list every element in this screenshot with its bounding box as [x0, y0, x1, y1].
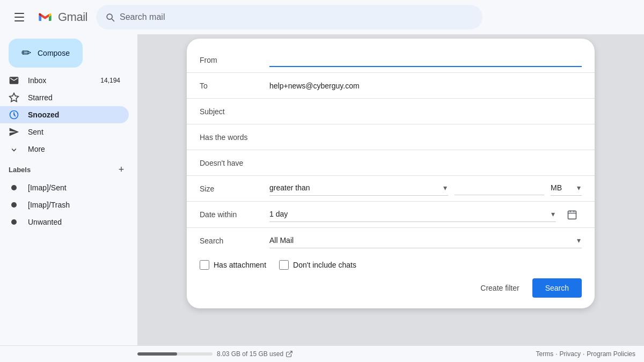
snoozed-label: Snoozed	[28, 110, 120, 119]
has-attachment-text: Has attachment	[214, 261, 266, 269]
svg-rect-5	[568, 211, 576, 219]
external-link-icon	[286, 350, 293, 358]
dialog-buttons-row: Create filter Search	[187, 274, 595, 298]
dialog-overlay: From To Subject Has the words	[137, 34, 644, 345]
dont-include-chats-checkbox[interactable]	[279, 260, 289, 270]
more-label: More	[28, 145, 120, 153]
sidebar-item-unwanted[interactable]: Unwanted	[0, 213, 129, 231]
imap-trash-label: [Imap]/Trash	[28, 201, 120, 209]
sent-icon	[9, 127, 19, 137]
unwanted-label: Unwanted	[28, 218, 120, 226]
advanced-search-dialog: From To Subject Has the words	[187, 39, 595, 308]
inbox-count: 14,194	[100, 77, 120, 84]
dont-include-chats-text: Don't include chats	[293, 261, 356, 269]
storage-bar-fill	[137, 352, 177, 356]
more-icon	[9, 144, 19, 154]
sidebar: ✏ Compose Inbox 14,194 Starred Snoozed	[0, 34, 137, 345]
search-field-row: Search All Mail Inbox Starred Sent Mail …	[187, 228, 595, 254]
storage-bar-background	[137, 352, 213, 356]
inbox-icon	[9, 75, 19, 86]
dont-include-chats-checkbox-label[interactable]: Don't include chats	[279, 260, 356, 270]
sidebar-item-starred[interactable]: Starred	[0, 89, 129, 106]
svg-point-3	[11, 202, 17, 208]
has-words-label: Has the words	[200, 133, 269, 142]
sidebar-item-sent[interactable]: Sent	[0, 123, 129, 141]
doesnt-have-label: Doesn't have	[200, 159, 269, 167]
starred-icon	[9, 92, 19, 103]
search-scope-select[interactable]: All Mail Inbox Starred Sent Mail Drafts	[269, 234, 582, 247]
search-button[interactable]: Search	[532, 278, 582, 298]
has-words-row: Has the words	[187, 124, 595, 150]
search-input[interactable]	[120, 12, 474, 22]
from-row: From	[187, 47, 595, 73]
sidebar-item-more[interactable]: More	[0, 141, 129, 158]
terms-link[interactable]: Terms	[536, 350, 554, 358]
gmail-m-icon	[34, 10, 56, 25]
subject-input[interactable]	[269, 105, 582, 118]
svg-point-2	[11, 185, 17, 190]
doesnt-have-input[interactable]	[269, 157, 582, 169]
size-comparison-chevron-icon: ▾	[443, 183, 447, 192]
has-words-input[interactable]	[269, 131, 582, 144]
gmail-logo: Compose Gmail	[34, 10, 87, 25]
sidebar-item-inbox[interactable]: Inbox 14,194	[0, 72, 129, 89]
search-bar[interactable]	[96, 5, 482, 29]
labels-section-header: Labels +	[0, 158, 137, 179]
storage-used-text: 8.03 GB of 15 GB used	[217, 350, 283, 358]
checkboxes-row: Has attachment Don't include chats	[187, 254, 595, 274]
sidebar-item-imap-trash[interactable]: [Imap]/Trash	[0, 196, 129, 213]
sidebar-item-imap-sent[interactable]: [Imap]/Sent	[0, 179, 129, 196]
sent-label: Sent	[28, 128, 120, 136]
from-label: From	[200, 56, 269, 64]
gmail-wordmark: Gmail	[58, 10, 87, 24]
labels-heading: Labels	[9, 166, 31, 174]
calendar-icon	[567, 209, 577, 220]
topbar: Compose Gmail	[0, 0, 644, 34]
calendar-button[interactable]	[562, 205, 582, 224]
storage-link[interactable]: 8.03 GB of 15 GB used	[217, 350, 293, 358]
storage-info: 8.03 GB of 15 GB used	[137, 350, 293, 358]
size-row: Size greater than less than ▾	[187, 176, 595, 202]
compose-label: Compose	[38, 49, 70, 57]
subject-row: Subject	[187, 99, 595, 124]
compose-button[interactable]: ✏ Compose	[9, 39, 83, 68]
date-select-wrapper: 1 day 3 days 1 week 2 weeks 1 month 2 mo…	[269, 208, 556, 222]
imap-sent-label: [Imap]/Sent	[28, 183, 120, 192]
footer: 8.03 GB of 15 GB used Terms · Privacy · …	[0, 345, 644, 362]
has-attachment-checkbox-label[interactable]: Has attachment	[200, 260, 266, 270]
size-comparison-select[interactable]: greater than less than	[269, 181, 323, 194]
label-dot-icon	[9, 184, 19, 191]
starred-label: Starred	[28, 93, 120, 102]
size-unit-wrapper: MB KB bytes ▾	[551, 181, 582, 196]
menu-button[interactable]	[9, 6, 30, 28]
label-dot-3-icon	[9, 219, 19, 225]
to-input[interactable]	[269, 79, 582, 92]
compose-plus-icon: ✏	[21, 47, 31, 59]
search-field-wrapper: All Mail Inbox Starred Sent Mail Drafts …	[269, 234, 582, 248]
create-filter-button[interactable]: Create filter	[472, 278, 528, 298]
search-field-label: Search	[200, 237, 269, 245]
add-label-button[interactable]: +	[114, 162, 129, 177]
subject-label: Subject	[200, 107, 269, 116]
to-row: To	[187, 73, 595, 99]
has-attachment-checkbox[interactable]	[200, 260, 209, 270]
size-unit-select[interactable]: MB KB bytes	[551, 181, 582, 194]
sidebar-item-snoozed[interactable]: Snoozed	[0, 106, 129, 123]
doesnt-have-row: Doesn't have	[187, 150, 595, 176]
from-input[interactable]	[269, 53, 582, 67]
inbox-label: Inbox	[28, 76, 92, 85]
label-dot-2-icon	[9, 202, 19, 208]
size-value-input[interactable]	[455, 182, 544, 195]
footer-dot-1: ·	[555, 350, 557, 358]
to-label: To	[200, 82, 269, 90]
search-icon	[105, 12, 115, 23]
program-policies-link[interactable]: Program Policies	[587, 350, 635, 358]
content-area: From To Subject Has the words	[137, 34, 644, 345]
date-controls: 1 day 3 days 1 week 2 weeks 1 month 2 mo…	[269, 205, 582, 224]
main-area: ✏ Compose Inbox 14,194 Starred Snoozed	[0, 34, 644, 345]
date-select[interactable]: 1 day 3 days 1 week 2 weeks 1 month 2 mo…	[269, 208, 556, 220]
size-comparison-wrapper: greater than less than ▾	[269, 181, 448, 196]
snoozed-icon	[9, 109, 19, 120]
privacy-link[interactable]: Privacy	[560, 350, 581, 358]
size-label: Size	[200, 184, 269, 193]
